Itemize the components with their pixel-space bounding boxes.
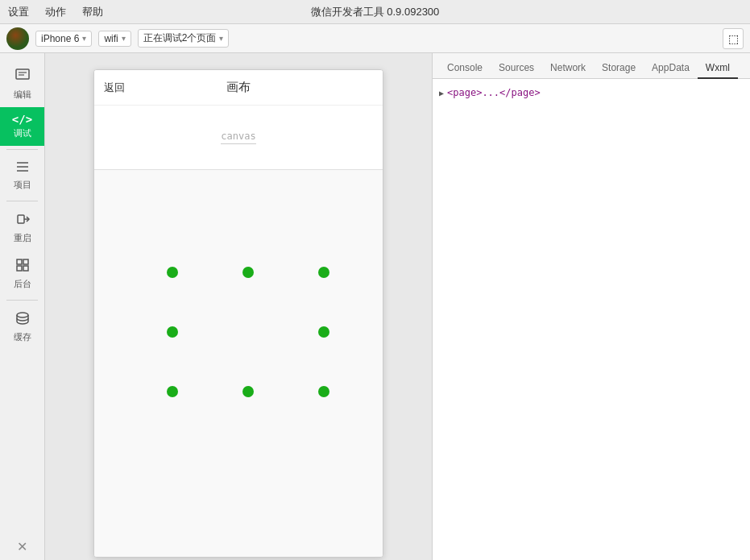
dot-r1-c2	[242, 267, 254, 278]
dot-r1-c3	[318, 267, 329, 278]
sidebar-item-edit[interactable]: 编辑	[0, 61, 44, 107]
sidebar-item-cache[interactable]: 缓存	[0, 304, 44, 350]
menu-help[interactable]: 帮助	[82, 5, 103, 19]
device-arrow-icon: ▾	[82, 34, 86, 43]
dot-r3-c1	[167, 386, 178, 397]
tab-appdata[interactable]: AppData	[644, 58, 698, 79]
dots-area	[94, 170, 383, 557]
edit-icon	[15, 68, 31, 86]
xml-tag-page: <page>...</page>	[447, 87, 541, 98]
sidebar-item-close[interactable]: ✕	[0, 534, 44, 560]
project-icon	[15, 160, 31, 176]
sidebar-item-restart-label: 重启	[14, 232, 31, 244]
svg-rect-0	[16, 69, 29, 79]
sidebar-item-project[interactable]: 项目	[0, 153, 44, 197]
sidebar: 编辑 </> 调试 项目	[0, 53, 45, 560]
menu-bar: 设置 动作 帮助 微信开发者工具 0.9.092300	[0, 0, 750, 24]
svg-rect-9	[23, 259, 28, 264]
back-button[interactable]: 返回	[104, 81, 125, 95]
canvas-label-area: canvas	[94, 106, 383, 170]
device-label: iPhone 6	[41, 33, 79, 44]
svg-rect-10	[17, 266, 22, 271]
inspect-icon: ⬚	[728, 32, 739, 45]
tab-wxml[interactable]: Wxml	[698, 58, 738, 79]
avatar	[6, 27, 29, 50]
devtools-tabs: Console Sources Network Storage AppData …	[433, 53, 750, 79]
sidebar-item-edit-label: 编辑	[14, 89, 31, 101]
dot-r3-c3	[318, 386, 329, 397]
debug-label: 正在调试2个页面	[143, 31, 217, 45]
sidebar-item-cache-label: 缓存	[14, 331, 31, 343]
xml-expand-icon[interactable]: ▶	[439, 89, 444, 97]
dot-r3-c2	[242, 386, 254, 397]
dot-r1-c1	[167, 267, 178, 278]
tab-console[interactable]: Console	[439, 58, 491, 79]
menu-settings[interactable]: 设置	[8, 5, 29, 19]
inspect-button[interactable]: ⬚	[723, 28, 744, 49]
simulator-panel: 返回 画布 canvas	[45, 53, 432, 560]
sidebar-divider-1	[6, 149, 38, 150]
dot-r2-c3	[318, 326, 329, 338]
sidebar-item-backend-label: 后台	[14, 278, 31, 290]
sidebar-item-restart[interactable]: 重启	[0, 205, 44, 251]
cache-icon	[15, 310, 31, 329]
app-title: 微信开发者工具 0.9.092300	[311, 5, 440, 19]
network-arrow-icon: ▾	[122, 34, 126, 43]
restart-icon	[15, 211, 31, 230]
dot-r2-c1	[167, 326, 178, 338]
canvas-label: canvas	[221, 131, 255, 144]
debug-arrow-icon: ▾	[219, 34, 223, 43]
phone-header: 返回 画布	[94, 70, 383, 106]
network-label: wifi	[104, 33, 118, 44]
debug-selector[interactable]: 正在调试2个页面 ▾	[138, 29, 230, 48]
svg-point-12	[17, 313, 28, 317]
toolbar: iPhone 6 ▾ wifi ▾ 正在调试2个页面 ▾ ⬚	[0, 24, 750, 53]
sidebar-divider-3	[6, 300, 38, 301]
devtools-content: ▶ <page>...</page>	[433, 79, 750, 560]
sidebar-item-debug[interactable]: </> 调试	[0, 107, 44, 146]
sidebar-item-backend[interactable]: 后台	[0, 251, 44, 297]
svg-rect-11	[23, 266, 28, 271]
backend-icon	[15, 257, 31, 276]
tab-sources[interactable]: Sources	[491, 58, 542, 79]
svg-rect-8	[17, 259, 22, 264]
xml-node-page: ▶ <page>...</page>	[439, 85, 744, 100]
main-content: 编辑 </> 调试 项目	[0, 53, 750, 560]
sidebar-item-project-label: 项目	[14, 179, 31, 191]
phone-body: canvas	[94, 106, 383, 557]
page-title: 画布	[226, 80, 251, 95]
network-selector[interactable]: wifi ▾	[98, 31, 131, 47]
svg-rect-6	[18, 215, 24, 223]
tab-network[interactable]: Network	[542, 58, 594, 79]
close-icon: ✕	[17, 541, 27, 554]
phone-frame: 返回 画布 canvas	[93, 69, 383, 558]
dots-grid	[118, 234, 358, 429]
tab-storage[interactable]: Storage	[594, 58, 644, 79]
device-selector[interactable]: iPhone 6 ▾	[35, 31, 92, 47]
debug-icon: </>	[12, 114, 32, 125]
sidebar-divider-2	[6, 201, 38, 201]
menu-action[interactable]: 动作	[45, 5, 66, 19]
sidebar-item-debug-label: 调试	[14, 127, 31, 139]
devtools-panel: Console Sources Network Storage AppData …	[432, 53, 750, 560]
